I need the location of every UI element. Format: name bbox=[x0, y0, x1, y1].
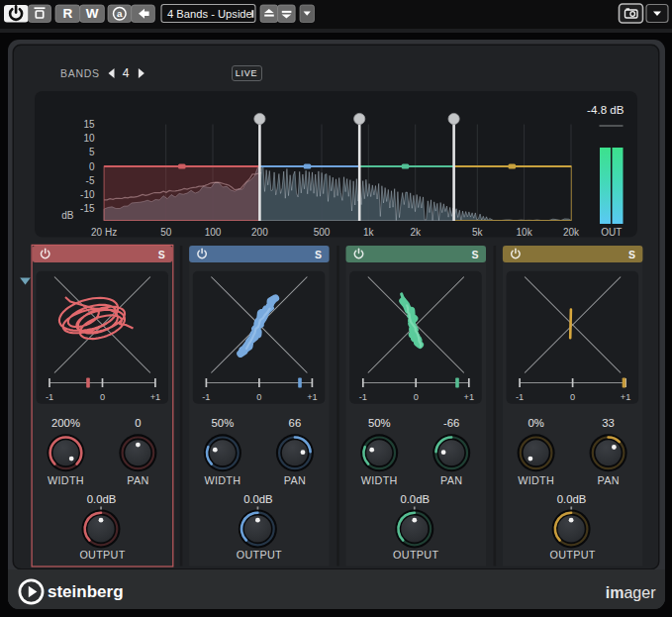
svg-text:50%: 50% bbox=[212, 417, 235, 429]
svg-text:-1: -1 bbox=[46, 392, 53, 402]
svg-text:W: W bbox=[86, 6, 99, 21]
svg-text:1k: 1k bbox=[363, 226, 375, 237]
svg-text:steinberg: steinberg bbox=[48, 582, 124, 601]
svg-text:10: 10 bbox=[83, 133, 95, 144]
svg-text:-15: -15 bbox=[80, 202, 95, 213]
svg-text:PAN: PAN bbox=[440, 474, 462, 486]
svg-text:5k: 5k bbox=[472, 226, 484, 237]
svg-text:0: 0 bbox=[256, 392, 261, 402]
svg-text:R: R bbox=[62, 6, 72, 21]
svg-text:4 Bands - Upside D: 4 Bands - Upside D bbox=[167, 8, 263, 20]
svg-text:0: 0 bbox=[414, 392, 419, 402]
svg-text:0: 0 bbox=[570, 392, 575, 402]
svg-text:-4.8 dB: -4.8 dB bbox=[587, 102, 624, 115]
svg-text:0.0dB: 0.0dB bbox=[557, 493, 587, 505]
svg-text:10k: 10k bbox=[516, 226, 532, 237]
svg-text:WIDTH: WIDTH bbox=[204, 474, 240, 486]
svg-text:S: S bbox=[471, 249, 478, 260]
svg-text:S: S bbox=[158, 249, 165, 260]
svg-text:S: S bbox=[315, 249, 322, 260]
svg-text:PAN: PAN bbox=[597, 474, 619, 486]
svg-text:OUTPUT: OUTPUT bbox=[393, 549, 438, 561]
svg-text:33: 33 bbox=[602, 417, 615, 429]
svg-text:OUTPUT: OUTPUT bbox=[79, 549, 125, 561]
svg-text:2k: 2k bbox=[410, 226, 422, 237]
svg-text:0%: 0% bbox=[528, 417, 543, 429]
svg-text:-1: -1 bbox=[516, 392, 524, 402]
svg-text:dB: dB bbox=[61, 209, 74, 220]
svg-text:5: 5 bbox=[88, 147, 94, 157]
svg-text:OUT: OUT bbox=[601, 226, 622, 237]
svg-text:0.0dB: 0.0dB bbox=[87, 493, 117, 505]
svg-text:WIDTH: WIDTH bbox=[518, 474, 554, 486]
svg-text:PAN: PAN bbox=[284, 474, 306, 486]
svg-text:50: 50 bbox=[160, 226, 172, 237]
svg-text:0.0dB: 0.0dB bbox=[400, 493, 430, 505]
svg-text:+1: +1 bbox=[464, 392, 474, 402]
svg-text:100: 100 bbox=[204, 226, 221, 237]
svg-text:200: 200 bbox=[251, 226, 268, 237]
svg-text:S: S bbox=[628, 249, 635, 260]
svg-text:66: 66 bbox=[289, 417, 302, 429]
svg-text:-66: -66 bbox=[443, 417, 459, 429]
svg-text:a: a bbox=[117, 8, 123, 19]
svg-text:0: 0 bbox=[100, 392, 105, 402]
svg-text:PAN: PAN bbox=[127, 474, 148, 486]
svg-text:OUTPUT: OUTPUT bbox=[237, 549, 282, 561]
svg-text:-1: -1 bbox=[202, 392, 210, 402]
svg-text:15: 15 bbox=[83, 119, 95, 130]
svg-text:-1: -1 bbox=[359, 392, 367, 402]
svg-text:WIDTH: WIDTH bbox=[48, 474, 84, 486]
svg-text:0.0dB: 0.0dB bbox=[243, 493, 273, 505]
svg-text:+1: +1 bbox=[621, 392, 630, 402]
svg-text:-10: -10 bbox=[80, 188, 95, 199]
svg-text:-5: -5 bbox=[85, 174, 94, 185]
svg-text:20k: 20k bbox=[562, 226, 579, 237]
svg-text:+1: +1 bbox=[150, 392, 160, 402]
svg-text:50%: 50% bbox=[368, 417, 391, 429]
svg-text:500: 500 bbox=[313, 226, 330, 237]
svg-text:0: 0 bbox=[88, 160, 94, 171]
svg-text:+1: +1 bbox=[307, 392, 317, 402]
svg-text:imager: imager bbox=[606, 584, 656, 601]
svg-text:WIDTH: WIDTH bbox=[361, 474, 398, 486]
svg-text:0: 0 bbox=[135, 417, 141, 429]
svg-text:20 Hz: 20 Hz bbox=[91, 226, 117, 237]
svg-text:200%: 200% bbox=[51, 417, 80, 429]
svg-text:OUTPUT: OUTPUT bbox=[550, 549, 596, 561]
